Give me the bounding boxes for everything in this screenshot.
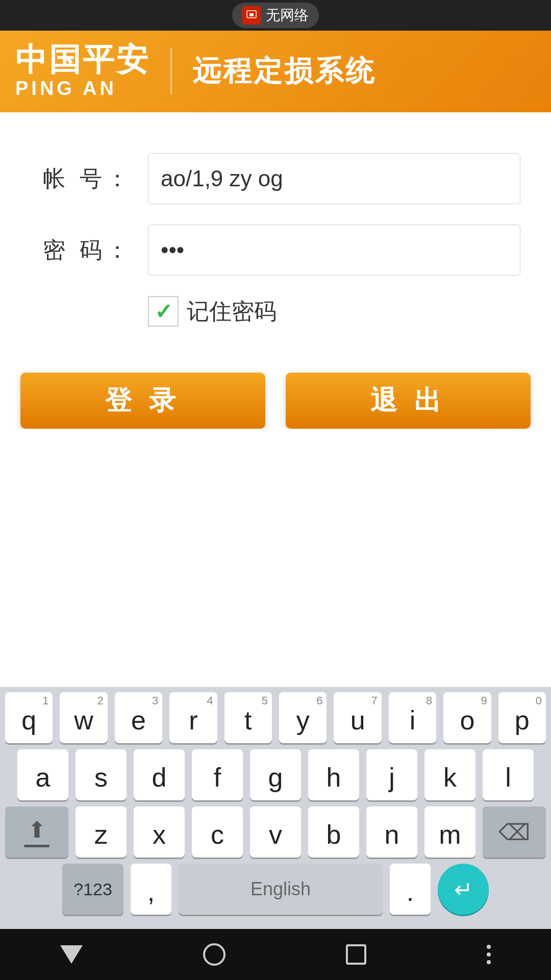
keyboard-row-2: a s d f g h j k l [0, 749, 551, 800]
keyboard: 1q 2w 3e 4r 5t 6y 7u 8i 9o 0p a s d f g … [0, 687, 551, 929]
key-p[interactable]: 0p [498, 692, 546, 743]
key-l[interactable]: l [483, 749, 534, 800]
key-n[interactable]: n [366, 806, 417, 857]
space-key[interactable]: English [179, 864, 383, 915]
key-r[interactable]: 4r [169, 692, 217, 743]
key-i[interactable]: 8i [389, 692, 436, 743]
account-input[interactable] [148, 153, 520, 204]
checkbox-row: ✓ 记住密码 [148, 296, 520, 327]
network-icon [242, 6, 261, 24]
keyboard-row-3: ⬆ z x c v b n m ⌫ [0, 806, 551, 857]
back-icon [60, 945, 83, 964]
key-s[interactable]: s [76, 749, 127, 800]
symbols-label: ?123 [73, 879, 112, 899]
key-b[interactable]: b [308, 806, 359, 857]
keyboard-row-1: 1q 2w 3e 4r 5t 6y 7u 8i 9o 0p [0, 692, 551, 743]
shift-bar [24, 845, 49, 847]
key-z[interactable]: z [76, 806, 127, 857]
account-label: 帐 号： [31, 164, 133, 194]
space-label: English [251, 878, 311, 900]
keyboard-row-4: ?123 , English . ↵ [0, 864, 551, 923]
key-d[interactable]: d [134, 749, 185, 800]
form-area: 帐 号： 密 码： ✓ 记住密码 [0, 112, 551, 373]
enter-key[interactable]: ↵ [438, 864, 489, 915]
account-row: 帐 号： [31, 153, 520, 204]
login-button[interactable]: 登 录 [20, 373, 265, 429]
key-o[interactable]: 9o [443, 692, 491, 743]
key-j[interactable]: j [366, 749, 417, 800]
key-e[interactable]: 3e [115, 692, 162, 743]
exit-button[interactable]: 退 出 [286, 373, 531, 429]
password-label: 密 码： [31, 235, 133, 265]
back-button[interactable] [60, 945, 83, 964]
header-subtitle: 远程定损系统 [192, 52, 376, 91]
period-label: . [407, 876, 414, 907]
status-bar: 无网络 [0, 0, 551, 31]
key-x[interactable]: x [134, 806, 185, 857]
app-header: 中国平安 PING AN 远程定损系统 [0, 31, 551, 112]
backspace-icon: ⌫ [498, 819, 530, 845]
key-a[interactable]: a [17, 749, 68, 800]
password-input[interactable] [148, 225, 520, 276]
logo-area: 中国平安 PING AN [15, 44, 150, 100]
key-f[interactable]: f [192, 749, 243, 800]
key-v[interactable]: v [250, 806, 301, 857]
logo-chinese: 中国平安 [15, 44, 150, 76]
no-network-text: 无网络 [266, 6, 309, 25]
comma-label: , [147, 876, 155, 907]
bottom-nav [0, 929, 551, 980]
key-h[interactable]: h [308, 749, 359, 800]
key-c[interactable]: c [192, 806, 243, 857]
password-row: 密 码： [31, 225, 520, 276]
remember-checkbox[interactable]: ✓ [148, 296, 179, 327]
remember-label: 记住密码 [187, 297, 277, 327]
home-button[interactable] [203, 943, 226, 966]
shift-key[interactable]: ⬆ [5, 806, 68, 857]
header-divider [170, 48, 172, 94]
key-q[interactable]: 1q [5, 692, 53, 743]
key-m[interactable]: m [424, 806, 475, 857]
logo-pinyin: PING AN [15, 78, 117, 100]
recents-icon [346, 944, 366, 965]
no-network-badge: 无网络 [232, 3, 319, 28]
menu-button[interactable] [487, 945, 491, 964]
backspace-key[interactable]: ⌫ [483, 806, 546, 857]
key-k[interactable]: k [424, 749, 475, 800]
key-y[interactable]: 6y [279, 692, 327, 743]
menu-icon [487, 945, 491, 964]
key-u[interactable]: 7u [334, 692, 381, 743]
shift-icon: ⬆ [28, 817, 46, 843]
middle-spacer [0, 429, 551, 687]
enter-icon: ↵ [454, 876, 473, 902]
recents-button[interactable] [346, 944, 366, 965]
checkmark-icon: ✓ [155, 299, 172, 324]
symbols-key[interactable]: ?123 [62, 864, 123, 915]
button-row: 登 录 退 出 [0, 373, 551, 429]
home-icon [203, 943, 226, 966]
key-g[interactable]: g [250, 749, 301, 800]
svg-rect-1 [249, 13, 254, 16]
key-w[interactable]: 2w [60, 692, 107, 743]
key-t[interactable]: 5t [224, 692, 272, 743]
period-key[interactable]: . [390, 864, 431, 915]
comma-key[interactable]: , [131, 864, 171, 915]
